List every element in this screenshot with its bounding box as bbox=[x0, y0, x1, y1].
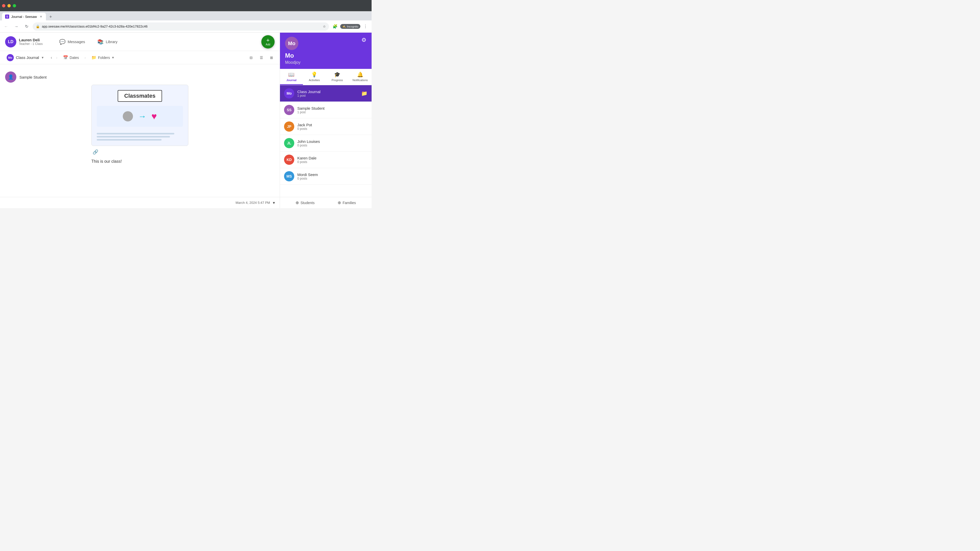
class-journal-item[interactable]: Mo Class Journal 1 post 📁 bbox=[280, 85, 372, 102]
window-controls[interactable] bbox=[2, 4, 16, 7]
card-line-2 bbox=[97, 136, 170, 138]
tab-activities[interactable]: 💡 Activities bbox=[303, 69, 326, 85]
journal-tab-label: Journal bbox=[286, 79, 297, 82]
student-jl-name: John Louises bbox=[298, 139, 368, 144]
browser-chrome bbox=[0, 0, 372, 11]
journal-tab-icon: 📖 bbox=[288, 71, 294, 78]
notifications-tab-icon: 🔔 bbox=[357, 71, 363, 78]
add-label: Add bbox=[266, 43, 270, 46]
bottom-bar: March 4, 2024 5:47 PM ▼ bbox=[0, 197, 280, 208]
list-view-icon[interactable]: ☰ bbox=[257, 54, 266, 62]
rp-full-name: Moodjoy bbox=[285, 60, 301, 65]
rp-tabs: 📖 Journal 💡 Activities 🎓 Progress 🔔 Noti… bbox=[280, 69, 372, 85]
folders-dropdown-arrow: ▼ bbox=[111, 56, 115, 59]
app-container: LD Lauren Deli Teacher - 1 Class 💬 Messa… bbox=[0, 33, 372, 208]
notifications-tab-label: Notifications bbox=[352, 79, 368, 82]
left-panel: LD Lauren Deli Teacher - 1 Class 💬 Messa… bbox=[0, 33, 280, 208]
back-button[interactable]: ← bbox=[2, 22, 10, 30]
refresh-button[interactable]: ↻ bbox=[22, 22, 30, 30]
messages-icon: 💬 bbox=[59, 39, 65, 45]
filter-icon[interactable]: ⊟ bbox=[247, 54, 255, 62]
student-item-ms[interactable]: MS Mordi Seem 0 posts bbox=[280, 168, 372, 185]
add-families-icon: ⊕ bbox=[338, 200, 341, 205]
extensions-button[interactable]: 🧩 bbox=[331, 22, 339, 30]
rp-footer: ⊕ Students ⊕ Families bbox=[280, 197, 372, 208]
user-info: LD Lauren Deli Teacher - 1 Class bbox=[5, 36, 51, 48]
url-input[interactable] bbox=[42, 24, 321, 28]
class-journal-folder-icon[interactable]: 📁 bbox=[361, 90, 368, 97]
new-tab-button[interactable]: + bbox=[47, 13, 54, 21]
toolbar-right: ⊟ ☰ ⊞ bbox=[247, 54, 275, 62]
incognito-label: Incognito bbox=[347, 25, 358, 28]
tab-journal[interactable]: 📖 Journal bbox=[280, 69, 303, 85]
incognito-icon: 🕵 bbox=[342, 25, 346, 28]
card-lines bbox=[97, 131, 183, 141]
student-ss-name: Sample Student bbox=[298, 106, 368, 110]
add-plus-icon: + bbox=[266, 38, 270, 43]
add-button[interactable]: + Add bbox=[261, 35, 275, 48]
card-illustration: → ♥ bbox=[97, 106, 183, 127]
window-minimize-button[interactable] bbox=[7, 4, 11, 7]
folders-label: Folders bbox=[98, 56, 110, 60]
student-jl-avatar: JL bbox=[284, 138, 294, 148]
dates-label: Dates bbox=[70, 56, 79, 60]
date-text: March 4, 2024 5:47 PM bbox=[235, 201, 270, 205]
students-label: Students bbox=[301, 201, 314, 205]
student-item-kd[interactable]: KD Karen Dale 0 posts bbox=[280, 151, 372, 168]
class-journal-name: Class Journal bbox=[298, 89, 358, 94]
prev-arrow[interactable]: ‹ bbox=[50, 54, 53, 61]
forward-button[interactable]: → bbox=[12, 22, 21, 30]
student-item-jl[interactable]: JL John Louises 0 posts bbox=[280, 135, 372, 151]
student-item-ss[interactable]: SS Sample Student 1 post bbox=[280, 102, 372, 118]
link-button[interactable]: 🔗 bbox=[91, 148, 100, 156]
arrow-right-icon: → bbox=[138, 112, 146, 121]
library-link[interactable]: 📚 Library bbox=[94, 37, 121, 46]
activities-tab-icon: 💡 bbox=[311, 71, 318, 78]
student-ms-avatar: MS bbox=[284, 171, 294, 181]
student-jp-name: Jack Pot bbox=[298, 123, 368, 127]
card-line-1 bbox=[97, 133, 174, 135]
grid-view-icon[interactable]: ⊞ bbox=[267, 54, 275, 62]
class-name: Class Journal bbox=[16, 56, 39, 60]
active-tab[interactable]: S Journal - Seesaw ✕ bbox=[2, 13, 46, 21]
class-toolbar: Mo Class Journal ▼ ‹ › 📅 Dates › 📁 Folde… bbox=[0, 51, 280, 64]
tab-favicon: S bbox=[5, 14, 9, 19]
tab-close-button[interactable]: ✕ bbox=[39, 14, 43, 19]
nav-actions: 🧩 🕵 Incognito ⋮ bbox=[331, 22, 369, 30]
add-students-icon: ⊕ bbox=[296, 200, 299, 205]
student-jp-avatar: JP bbox=[284, 121, 294, 132]
progress-tab-icon: 🎓 bbox=[334, 71, 340, 78]
student-ss-info: Sample Student 1 post bbox=[298, 106, 368, 114]
student-kd-info: Karen Dale 0 posts bbox=[298, 156, 368, 164]
window-maximize-button[interactable] bbox=[13, 4, 16, 7]
menu-button[interactable]: ⋮ bbox=[361, 22, 369, 30]
student-jl-posts: 0 posts bbox=[298, 144, 368, 147]
dates-button[interactable]: 📅 Dates bbox=[60, 54, 82, 62]
settings-icon[interactable]: ⚙ bbox=[361, 37, 366, 43]
folders-button[interactable]: 📁 Folders ▼ bbox=[89, 54, 117, 62]
card-image: Classmates → ♥ bbox=[91, 85, 188, 146]
date-dropdown[interactable]: ▼ bbox=[272, 201, 275, 205]
address-bar[interactable]: 🔒 ☆ bbox=[33, 22, 329, 30]
student-jp-info: Jack Pot 0 posts bbox=[298, 123, 368, 130]
lock-icon: 🔒 bbox=[36, 24, 40, 28]
tab-notifications[interactable]: 🔔 Notifications bbox=[348, 69, 372, 85]
tab-progress[interactable]: 🎓 Progress bbox=[326, 69, 349, 85]
window-close-button[interactable] bbox=[2, 4, 5, 7]
folder-icon: 📁 bbox=[91, 55, 97, 60]
families-button[interactable]: ⊕ Families bbox=[338, 200, 356, 205]
card-line-3 bbox=[97, 139, 162, 141]
student-ss-posts: 1 post bbox=[298, 110, 368, 114]
student-item-jp[interactable]: JP Jack Pot 0 posts bbox=[280, 118, 372, 135]
class-dropdown-arrow: ▼ bbox=[41, 56, 44, 59]
navigation-bar: ← → ↻ 🔒 ☆ 🧩 🕵 Incognito ⋮ bbox=[0, 21, 372, 33]
user-role: Teacher - 1 Class bbox=[19, 42, 43, 46]
rp-user-avatar: Mo bbox=[285, 37, 298, 50]
messages-link[interactable]: 💬 Messages bbox=[56, 37, 88, 46]
user-details: Lauren Deli Teacher - 1 Class bbox=[19, 38, 43, 46]
bookmark-icon[interactable]: ☆ bbox=[323, 24, 326, 28]
messages-label: Messages bbox=[68, 40, 85, 44]
students-button[interactable]: ⊕ Students bbox=[296, 200, 314, 205]
class-selector[interactable]: Mo Class Journal ▼ bbox=[4, 52, 47, 63]
heart-icon: ♥ bbox=[151, 111, 157, 122]
